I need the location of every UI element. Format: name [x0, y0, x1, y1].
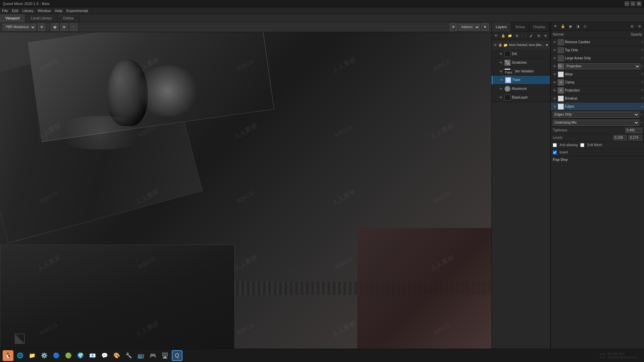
proj2-vis[interactable]: 👁: [552, 88, 557, 93]
layers-lock-toggle[interactable]: 🔒: [500, 33, 506, 39]
grid1-icon[interactable]: ▦: [51, 23, 58, 31]
minimize-button[interactable]: —: [625, 1, 629, 6]
taskbar-icon-13[interactable]: 🎮: [148, 350, 158, 361]
menu-library[interactable]: Library: [22, 9, 34, 13]
sub-lock-icon[interactable]: 🔒: [559, 23, 566, 30]
invert-checkbox[interactable]: [553, 150, 557, 155]
grid2-icon[interactable]: ⊞: [60, 23, 68, 31]
clamp-row[interactable]: 👁 ⊡ Clamp ▾: [551, 78, 644, 86]
wear-row[interactable]: 👁 Wear ▾: [551, 70, 644, 78]
taskbar-icon-4[interactable]: ⚙️: [39, 350, 50, 361]
projection2-row[interactable]: 👁 ⊡ Projection ▾: [551, 86, 644, 95]
layer-item-paint[interactable]: 👁 Paint Paint: [492, 76, 550, 84]
layer-colorvar-vis[interactable]: 👁: [498, 69, 503, 74]
remove-cavities-row[interactable]: 👁 Remove Cavities ▾: [551, 38, 644, 46]
levels-input1[interactable]: [613, 135, 627, 140]
sub-fill-icon[interactable]: ▣: [567, 23, 574, 30]
layer-item-color-variation[interactable]: 👁 Color Variation: [492, 67, 550, 76]
top-only-row[interactable]: 👁 Top Only ▾: [551, 46, 644, 54]
layer-item-scratches[interactable]: 👁 Scratches: [492, 58, 550, 67]
tab-layers[interactable]: Layers: [492, 22, 511, 32]
taskbar-icon-10[interactable]: 🎨: [111, 350, 122, 361]
layers-folder-icon[interactable]: 📁: [507, 33, 513, 39]
underlying-mix-select[interactable]: Underlying Mix: [553, 120, 639, 126]
layer-scratches-thumb: [504, 60, 511, 66]
taskbar-icon-6[interactable]: 🟢: [63, 350, 74, 361]
sub-settings-icon[interactable]: ⚙: [636, 23, 643, 30]
menu-experimental[interactable]: Experimental: [66, 9, 88, 13]
sub-vis-icon[interactable]: 👁: [552, 23, 559, 30]
tab-display[interactable]: Display: [529, 22, 550, 32]
layer-base-name: BaseLayer: [512, 96, 548, 99]
sub-proj-icon[interactable]: ⊡: [582, 23, 588, 30]
menu-edit[interactable]: Edit: [12, 9, 18, 13]
breakup-vis[interactable]: 👁: [552, 96, 557, 101]
breakup-row[interactable]: 👁 Breakup ▾: [551, 95, 644, 103]
maximize-button[interactable]: □: [631, 1, 635, 6]
rc-vis[interactable]: 👁: [552, 40, 557, 45]
taskbar-icon-9[interactable]: 💬: [99, 350, 110, 361]
projection-row[interactable]: 👁 ⊡ Projection ▾: [551, 62, 644, 70]
projection-select[interactable]: Projection: [565, 63, 640, 69]
taskbar-icon-11[interactable]: 🔧: [123, 350, 134, 361]
levels-input2[interactable]: [629, 135, 642, 140]
proj2-expand: ▾: [641, 89, 643, 92]
sub-mask-icon[interactable]: ◨: [574, 23, 581, 30]
taskbar-icon-3[interactable]: 📁: [27, 350, 38, 361]
layer-item-dirt[interactable]: 👁 Dirt: [492, 50, 550, 58]
viewport[interactable]: PBR Metalness ⚙ ▦ ⊞ ⋮ 👁 Indoors ▼: [0, 22, 491, 362]
layer-paint-vis[interactable]: 👁: [499, 78, 504, 82]
taskbar-icon-2[interactable]: 🌐: [15, 350, 25, 361]
layer-item-baselayer[interactable]: 👁 BaseLayer: [492, 93, 550, 102]
material-select[interactable]: PBR Metalness: [3, 24, 36, 31]
edges-vis[interactable]: 👁: [552, 104, 557, 109]
layers-settings-right[interactable]: ⚙: [542, 33, 549, 39]
sub-add-icon[interactable]: ⊞: [629, 23, 635, 30]
layers-add-icon[interactable]: ⊞: [514, 33, 520, 39]
clamp-vis[interactable]: 👁: [552, 80, 557, 85]
edges-only-select[interactable]: Edges Only: [553, 112, 639, 118]
tab-local-library[interactable]: Local Library: [25, 14, 58, 22]
menu-help[interactable]: Help: [55, 9, 62, 13]
layer-group-header[interactable]: 👁 🔒 📁 Worn Painted, Num [Black] ▾: [492, 40, 550, 50]
layer-base-vis[interactable]: 👁: [498, 95, 503, 100]
anti-aliasing-checkbox[interactable]: [553, 143, 557, 147]
layers-visibility-toggle[interactable]: 👁: [493, 33, 499, 39]
soft-mesh-checkbox[interactable]: [580, 143, 584, 147]
wear-vis[interactable]: 👁: [552, 72, 557, 77]
layer-aluminum-vis[interactable]: 👁: [498, 86, 503, 91]
proj-vis[interactable]: 👁: [552, 64, 557, 69]
to-vis[interactable]: 👁: [552, 48, 557, 53]
large-areas-row[interactable]: 👁 Large Areas Only ▾: [551, 54, 644, 62]
taskbar-icon-12[interactable]: 📺: [136, 350, 146, 361]
tab-bar: Viewport Local Library Online: [0, 14, 644, 22]
taskbar-icon-5[interactable]: 🔵: [51, 350, 62, 361]
tab-viewport[interactable]: Viewport: [0, 14, 25, 22]
layer-dirt-vis[interactable]: 👁: [498, 52, 503, 56]
la-vis[interactable]: 👁: [552, 56, 557, 61]
layers-panel-container: Layers Setup Display Perf Export 👁 🔒 📁 ⊞…: [492, 22, 550, 362]
settings-icon[interactable]: ⚙: [38, 23, 45, 31]
layers-paint-icon[interactable]: 🖌: [528, 33, 534, 39]
layer-item-aluminum[interactable]: 👁 Aluminum: [492, 84, 550, 93]
edges-row[interactable]: 👁 Edges ▴: [551, 103, 644, 111]
layers-add-right[interactable]: ⊞: [536, 33, 542, 39]
layer-scratches-vis[interactable]: 👁: [498, 60, 503, 65]
tab-setup[interactable]: Setup: [511, 22, 529, 32]
proj2-icon: ⊡: [558, 87, 564, 94]
menu-file[interactable]: File: [2, 9, 8, 13]
menu-window[interactable]: Window: [38, 9, 51, 13]
view-icon[interactable]: 👁: [450, 23, 457, 31]
quixel-taskbar-icon[interactable]: Q: [172, 350, 182, 361]
env-settings-icon[interactable]: ▼: [481, 23, 489, 31]
tightness-input[interactable]: [625, 128, 642, 133]
grid3-icon[interactable]: ⋮: [70, 23, 77, 31]
tab-online[interactable]: Online: [58, 14, 79, 22]
taskbar-icon-8[interactable]: 📧: [87, 350, 98, 361]
close-button[interactable]: ✕: [637, 1, 641, 6]
taskbar-icon-1[interactable]: 🐧: [3, 350, 13, 361]
layers-grid-icon[interactable]: ⋮⋮: [521, 33, 527, 39]
taskbar-icon-7[interactable]: 🌍: [75, 350, 86, 361]
env-select[interactable]: Indoors: [459, 24, 480, 31]
taskbar-icon-14[interactable]: 🖥️: [160, 350, 170, 361]
